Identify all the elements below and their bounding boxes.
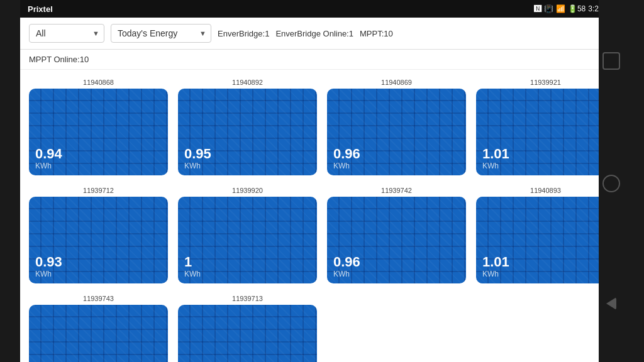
card-id-label: 11939742 [381,187,412,194]
grid-item: 119397130.99KWh [178,295,317,362]
grid-item: 119408931.01KWh [476,187,615,283]
nfc-icon: 🅽 [534,4,541,13]
grid-item: 119408690.96KWh [327,79,466,175]
home-button[interactable] [602,175,620,192]
energy-unit: KWh [482,162,609,170]
energy-unit: KWh [184,162,311,170]
energy-card[interactable]: 1.01KWh [476,89,615,175]
cards-grid: 119408680.94KWh119408920.95KWh119408690.… [29,79,615,362]
energy-unit: KWh [482,270,609,278]
grid-item: 119408920.95KWh [178,79,317,175]
energy-unit: KWh [35,270,162,278]
grid-item: 119399211.01KWh [476,79,615,175]
phone-frame: Prixtel 🅽 📳 📶 🔋58 3:27 PM All ▼ [20,0,624,362]
content-wrapper: All ▼ Today's Energy ▼ EnverBridge:1 Env… [20,18,624,362]
status-bar: Prixtel 🅽 📳 📶 🔋58 3:27 PM [20,0,624,18]
energy-unit: KWh [333,162,460,170]
energy-card[interactable]: 1.01KWh [476,197,615,283]
energy-card[interactable]: 0.99KWh [178,305,317,362]
grid-area: 119408680.94KWh119408920.95KWh119408690.… [20,70,624,362]
energy-value: 0.95 [184,146,311,162]
energy-card[interactable]: 0.94KWh [29,89,168,175]
energy-card[interactable]: 1KWh [178,197,317,283]
all-dropdown[interactable]: All [29,24,104,43]
square-button[interactable] [602,52,620,70]
filter-bar: All ▼ Today's Energy ▼ EnverBridge:1 Env… [20,18,624,50]
carrier-label: Prixtel [28,4,53,14]
energy-value: 1.01 [482,146,609,162]
sub-info-bar: MPPT Online:10 [20,50,624,70]
mppt-stat: MPPT:10 [360,29,393,38]
energy-card[interactable]: 0.96KWh [327,197,466,283]
energy-value: 0.94 [35,146,162,162]
card-id-label: 11939920 [232,187,263,194]
grid-item: 119408680.94KWh [29,79,168,175]
card-id-label: 11940868 [83,79,114,86]
grid-item: 119397420.96KWh [327,187,466,283]
main-content: All ▼ Today's Energy ▼ EnverBridge:1 Env… [20,18,624,362]
energy-value: 0.96 [333,146,460,162]
energy-dropdown-wrapper[interactable]: Today's Energy ▼ [111,24,211,43]
mppt-online-label: MPPT Online:10 [29,55,89,64]
card-id-label: 11939921 [530,79,561,86]
energy-unit: KWh [184,270,311,278]
card-id-label: 11940892 [232,79,263,86]
card-id-label: 11939712 [83,187,114,194]
energy-card[interactable]: 0.96KWh [327,89,466,175]
grid-item: 119399201KWh [178,187,317,283]
battery-icon: 🔋58 [568,4,586,13]
vibrate-icon: 📳 [544,4,553,13]
card-id-label: 11939713 [232,295,263,302]
all-dropdown-wrapper[interactable]: All ▼ [29,24,104,43]
card-id-label: 11939743 [83,295,114,302]
energy-unit: KWh [35,162,162,170]
energy-value: 1.01 [482,255,609,270]
energy-value: 0.96 [333,255,460,270]
grid-item: 119397120.93KWh [29,187,168,283]
enverbridge-stat: EnverBridge:1 [218,29,269,38]
card-id-label: 11940893 [530,187,561,194]
grid-item: 119397430.99KWh [29,295,168,362]
energy-unit: KWh [333,270,460,278]
back-button[interactable] [606,297,616,310]
card-id-label: 11940869 [381,79,412,86]
energy-value: 1 [184,255,311,270]
side-buttons [599,18,624,362]
enverbridge-online-stat: EnverBridge Online:1 [275,29,353,38]
energy-value: 0.93 [35,255,162,270]
signal-icon: 📶 [556,4,565,13]
energy-card[interactable]: 0.99KWh [29,305,168,362]
energy-dropdown[interactable]: Today's Energy [111,24,211,43]
energy-card[interactable]: 0.95KWh [178,89,317,175]
energy-card[interactable]: 0.93KWh [29,197,168,283]
